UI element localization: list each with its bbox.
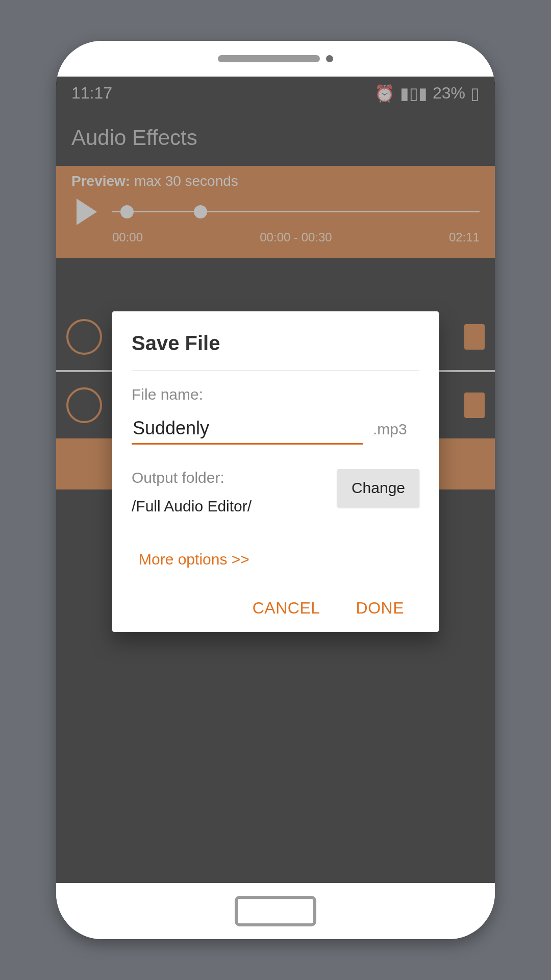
phone-frame: 11:17 ⏰ ▮▯▮ 23% ▯ Audio Effects Preview:…	[56, 41, 495, 939]
filename-input[interactable]	[132, 414, 363, 445]
front-camera	[326, 55, 333, 62]
filename-label: File name:	[132, 386, 419, 403]
change-folder-button[interactable]: Change	[337, 469, 419, 507]
save-file-dialog: Save File File name: .mp3 Output folder:…	[112, 311, 439, 632]
home-button[interactable]	[235, 896, 316, 926]
phone-top-bezel	[56, 41, 495, 77]
output-folder-path: /Full Audio Editor/	[132, 498, 252, 515]
done-button[interactable]: DONE	[356, 599, 404, 618]
cancel-button[interactable]: CANCEL	[253, 599, 320, 618]
phone-bottom-bezel	[56, 883, 495, 939]
speaker-grill	[218, 55, 320, 62]
dialog-title: Save File	[132, 332, 419, 371]
screen: 11:17 ⏰ ▮▯▮ 23% ▯ Audio Effects Preview:…	[56, 77, 495, 883]
file-extension: .mp3	[373, 421, 407, 438]
output-folder-label: Output folder:	[132, 469, 252, 486]
more-options-link[interactable]: More options >>	[139, 551, 249, 568]
